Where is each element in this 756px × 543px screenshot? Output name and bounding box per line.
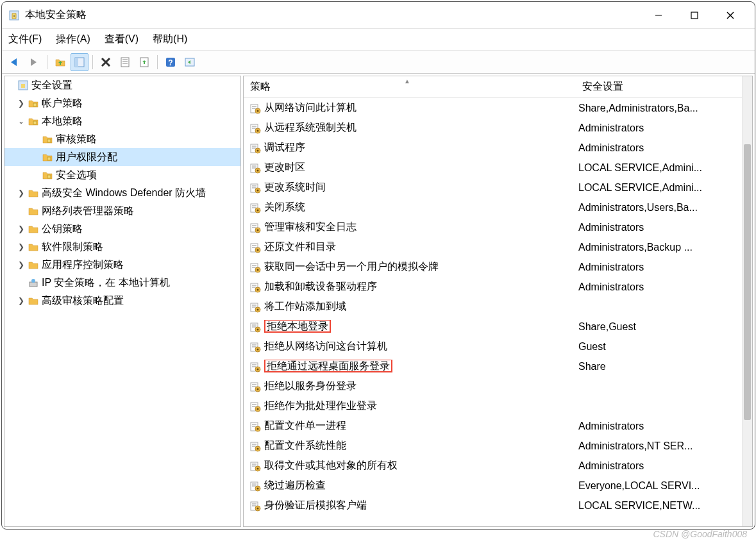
- policy-row[interactable]: 拒绝通过远程桌面服务登录Share: [244, 356, 742, 376]
- policy-row[interactable]: 从网络访问此计算机Share,Administrators,Ba...: [244, 98, 742, 118]
- tree-label: 网络列表管理器策略: [42, 205, 134, 218]
- folder-icon: [28, 97, 39, 109]
- policy-setting: Guest: [578, 341, 742, 353]
- policy-icon: [249, 261, 262, 274]
- policy-icon: [249, 221, 262, 234]
- policy-setting: Everyone,LOCAL SERVI...: [578, 480, 742, 492]
- tree-software-restrict[interactable]: ❯ 软件限制策略: [4, 238, 240, 256]
- tree-label: 应用程序控制策略: [42, 258, 124, 272]
- close-button[interactable]: [712, 2, 748, 29]
- policy-row[interactable]: 将工作站添加到域: [244, 297, 742, 317]
- policy-row[interactable]: 获取同一会话中另一个用户的模拟令牌Administrators: [244, 257, 742, 277]
- policy-icon: [249, 480, 262, 492]
- help-button[interactable]: ?: [162, 53, 180, 71]
- policy-row[interactable]: 关闭系统Administrators,Users,Ba...: [244, 197, 742, 217]
- menu-view[interactable]: 查看(V): [105, 33, 139, 46]
- policy-row[interactable]: 从远程系统强制关机Administrators: [244, 118, 742, 138]
- policy-row[interactable]: 拒绝从网络访问这台计算机Guest: [244, 337, 742, 356]
- policy-row[interactable]: 管理审核和安全日志Administrators: [244, 217, 742, 237]
- policy-row[interactable]: 身份验证后模拟客户端LOCAL SERVICE,NETW...: [244, 496, 742, 515]
- chevron-right-icon[interactable]: ❯: [16, 224, 26, 233]
- policy-row[interactable]: 拒绝作为批处理作业登录: [244, 396, 742, 416]
- policy-setting: LOCAL SERVICE,NETW...: [578, 500, 742, 512]
- menu-file[interactable]: 文件(F): [8, 33, 42, 46]
- policy-name: 拒绝本地登录: [264, 320, 578, 333]
- policy-setting: LOCAL SERVICE,Admini...: [578, 162, 742, 174]
- delete-button[interactable]: [97, 53, 115, 71]
- tree-local-policy[interactable]: ⌄ 本地策略: [4, 112, 240, 130]
- titlebar: 本地安全策略: [2, 2, 755, 29]
- chevron-right-icon[interactable]: ❯: [16, 260, 26, 269]
- svg-rect-88: [252, 344, 256, 346]
- policy-name: 从远程系统强制关机: [264, 121, 578, 135]
- chevron-right-icon[interactable]: ❯: [16, 188, 26, 197]
- ipsec-icon: [28, 277, 39, 288]
- refresh-button[interactable]: [181, 53, 199, 71]
- policy-name: 拒绝以服务身份登录: [264, 380, 578, 393]
- policy-icon: [249, 201, 262, 214]
- policy-icon: [249, 440, 262, 453]
- scrollbar-thumb[interactable]: [744, 144, 751, 420]
- tree-account-policy[interactable]: ❯ 帐户策略: [4, 94, 240, 112]
- tree-security-options[interactable]: 安全选项: [4, 166, 240, 184]
- tree-root[interactable]: 安全设置: [4, 76, 240, 94]
- svg-rect-98: [252, 384, 256, 385]
- show-hide-tree-button[interactable]: [71, 53, 88, 71]
- tree-defender[interactable]: ❯ 高级安全 Windows Defender 防火墙: [4, 184, 240, 202]
- policy-row[interactable]: 取得文件或其他对象的所有权Administrators: [244, 456, 742, 476]
- export-button[interactable]: [135, 53, 153, 71]
- chevron-right-icon[interactable]: ❯: [16, 99, 26, 108]
- policy-setting: Administrators: [578, 262, 742, 273]
- forward-button[interactable]: [25, 53, 43, 71]
- scrollbar[interactable]: [742, 76, 752, 526]
- tree-user-rights[interactable]: 用户权限分配: [4, 148, 240, 166]
- folder-icon: [28, 187, 39, 199]
- tree-label: IP 安全策略，在 本地计算机: [42, 276, 170, 290]
- policy-name: 拒绝通过远程桌面服务登录: [264, 360, 578, 373]
- policy-name: 配置文件系统性能: [264, 439, 578, 453]
- tree-pane[interactable]: 安全设置 ❯ 帐户策略 ⌄ 本地策略 审核策略 用户权限分配: [4, 76, 241, 527]
- policy-row[interactable]: 绕过遍历检查Everyone,LOCAL SERVI...: [244, 476, 742, 496]
- tree-adv-audit[interactable]: ❯ 高级审核策略配置: [4, 292, 240, 310]
- svg-rect-21: [33, 121, 37, 124]
- policy-setting: Administrators,Users,Ba...: [578, 202, 742, 213]
- policy-row[interactable]: 加载和卸载设备驱动程序Administrators: [244, 277, 742, 297]
- policy-row[interactable]: 拒绝以服务身份登录: [244, 376, 742, 396]
- app-icon: [8, 10, 20, 21]
- column-header-setting[interactable]: 安全设置: [578, 80, 742, 94]
- policy-row[interactable]: 更改系统时间LOCAL SERVICE,Admini...: [244, 178, 742, 197]
- tree-network-list[interactable]: 网络列表管理器策略: [4, 202, 240, 220]
- policy-row[interactable]: 调试程序Administrators: [244, 138, 742, 158]
- back-button[interactable]: [6, 53, 24, 71]
- tree-public-key[interactable]: ❯ 公钥策略: [4, 220, 240, 238]
- policy-setting: Administrators: [578, 421, 742, 432]
- svg-point-86: [257, 328, 259, 330]
- folder-icon: [28, 115, 39, 127]
- properties-button[interactable]: [116, 53, 134, 71]
- policy-icon: [249, 301, 262, 313]
- chevron-right-icon[interactable]: ❯: [16, 296, 26, 305]
- svg-rect-33: [252, 126, 256, 127]
- policy-row[interactable]: 配置文件系统性能Administrators,NT SER...: [244, 436, 742, 456]
- tree-ipsec[interactable]: IP 安全策略，在 本地计算机: [4, 274, 240, 292]
- tree-audit-policy[interactable]: 审核策略: [4, 130, 240, 148]
- chevron-down-icon[interactable]: ⌄: [16, 117, 26, 126]
- tree-label: 安全选项: [56, 169, 97, 182]
- menu-action[interactable]: 操作(A): [56, 33, 90, 46]
- minimize-button[interactable]: [641, 2, 676, 29]
- menu-help[interactable]: 帮助(H): [153, 33, 187, 46]
- policy-name: 拒绝从网络访问这台计算机: [264, 340, 578, 353]
- policy-row[interactable]: 配置文件单一进程Administrators: [244, 416, 742, 436]
- chevron-right-icon[interactable]: ❯: [16, 242, 26, 251]
- folder-icon: [42, 151, 53, 163]
- tree-label: 帐户策略: [42, 97, 83, 110]
- policy-row[interactable]: 更改时区LOCAL SERVICE,Admini...: [244, 158, 742, 178]
- column-header-policy[interactable]: 策略 ▲: [244, 80, 578, 94]
- policy-row[interactable]: 还原文件和目录Administrators,Backup ...: [244, 237, 742, 257]
- tree-app-control[interactable]: ❯ 应用程序控制策略: [4, 256, 240, 274]
- svg-rect-24: [47, 175, 51, 178]
- folder-icon: [28, 205, 39, 217]
- policy-row[interactable]: 拒绝本地登录Share,Guest: [244, 317, 742, 337]
- maximize-button[interactable]: [676, 2, 712, 29]
- up-button[interactable]: [51, 53, 69, 71]
